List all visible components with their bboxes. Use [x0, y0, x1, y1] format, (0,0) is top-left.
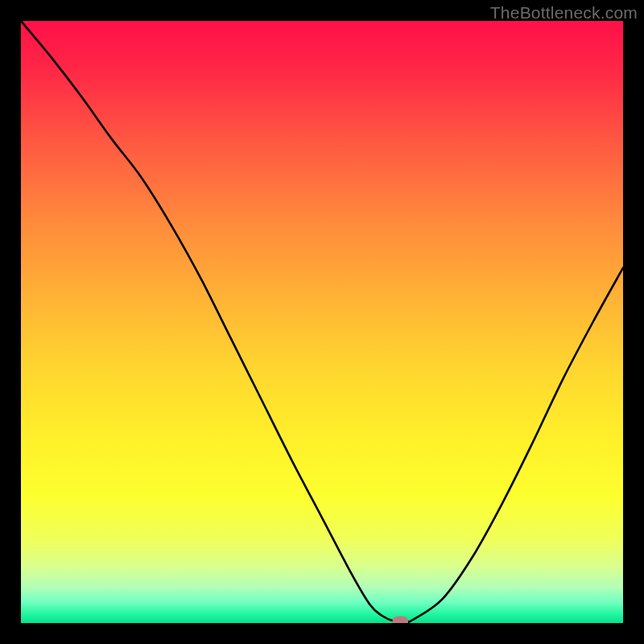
chart-container: TheBottleneck.com [0, 0, 644, 644]
chart-svg [21, 21, 623, 623]
watermark-label: TheBottleneck.com [490, 3, 638, 23]
optimal-point-marker [392, 616, 408, 623]
chart-background [21, 21, 623, 623]
chart-plot-area [21, 21, 623, 623]
